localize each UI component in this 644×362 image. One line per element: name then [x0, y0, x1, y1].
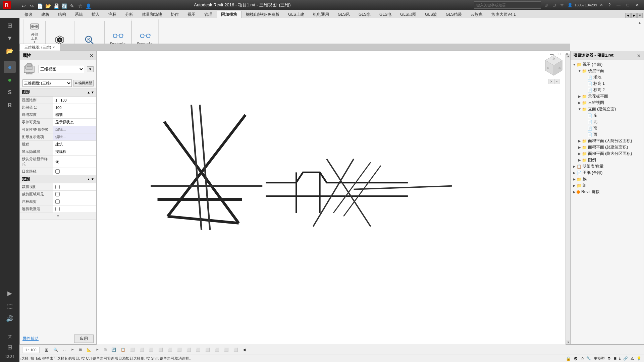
status-settings-btn2[interactable]: ⚙ — [607, 356, 611, 361]
qat-open[interactable]: 📂 — [44, 2, 52, 10]
tab-gls-civil[interactable]: GLS土建 — [284, 11, 309, 18]
toolbar-btn-10[interactable]: 📋 — [119, 347, 127, 353]
prop-section-collapse[interactable]: ▲ — [87, 90, 90, 94]
toolbar-btn-13[interactable]: ⬜ — [147, 347, 156, 353]
prop-section-range[interactable]: 范围 ▲ ▼ — [20, 175, 96, 183]
status-grid-btn[interactable]: ⊞ — [613, 356, 616, 361]
close-button[interactable]: ✕ — [633, 2, 641, 8]
tab-mass[interactable]: 体量和场地 — [138, 11, 166, 18]
tree-area-total[interactable]: ▶ 📁 面积平面 (总建筑面积) — [571, 144, 644, 150]
sidebar-nav2[interactable]: ⬚ — [4, 300, 16, 312]
viewport-tab-close[interactable]: ✕ — [52, 46, 55, 49]
tab-gls-elec[interactable]: GLS电 — [375, 11, 396, 18]
tab-family-master[interactable]: 族库大师V4.1 — [487, 11, 520, 18]
tree-site[interactable]: 📄 场地 — [571, 74, 644, 80]
toolbar-btn-6[interactable]: 📐 — [85, 347, 93, 353]
prop-value-crop-visible[interactable] — [53, 191, 96, 198]
prop-section-expand[interactable]: ▼ — [91, 90, 94, 94]
tab-system[interactable]: 系统 — [70, 11, 87, 18]
tree-views-all[interactable]: ▼ 📁 视图 (全部) — [571, 61, 644, 68]
tab-options[interactable]: ▼ — [637, 13, 643, 18]
tab-cloud-family[interactable]: 云族库 — [466, 11, 487, 18]
title-icon-4[interactable]: 👤 — [567, 1, 574, 9]
minimize-button[interactable]: — — [614, 2, 623, 8]
title-icon-2[interactable]: ⊡ — [550, 1, 558, 9]
tab-analyze[interactable]: 分析 — [121, 11, 138, 18]
search-input[interactable] — [474, 1, 541, 9]
prop-value-graphic-display[interactable]: 编辑... — [53, 133, 96, 140]
tree-south[interactable]: 📄 南 — [571, 125, 644, 131]
tree-east[interactable]: 📄 东 — [571, 112, 644, 119]
tab-modify[interactable]: 修改 — [20, 11, 37, 18]
sidebar-toggle[interactable]: ▼ — [4, 32, 16, 44]
tab-scroll-right[interactable]: ▶ — [631, 13, 637, 18]
toolbar-btn-1[interactable]: ⊞ — [43, 347, 51, 353]
orbit-button[interactable]: ⟳ — [548, 79, 553, 84]
tab-annotate[interactable]: 注释 — [104, 11, 121, 18]
tree-level1[interactable]: 📄 标高 1 — [571, 80, 644, 87]
revit-logo[interactable]: R — [3, 1, 11, 9]
tab-scroll-left[interactable]: ◀ — [625, 13, 631, 18]
external-tools-button[interactable]: 外部工具 ▼ — [27, 19, 42, 45]
qat-back[interactable]: ↩ — [20, 2, 28, 10]
sidebar-grid[interactable]: ⊞ — [4, 341, 16, 353]
tree-sheets[interactable]: ▶ 📄 图纸 (全部) — [571, 170, 644, 176]
toolbar-btn-18[interactable]: ⬜ — [194, 347, 203, 353]
status-settings-btn[interactable]: ⚙ — [574, 356, 578, 361]
edit-type-button[interactable]: ✏ 编辑类型 — [73, 80, 94, 86]
ribbon-collapse-button[interactable]: ▲ — [638, 21, 641, 24]
tree-west[interactable]: 📄 西 — [571, 131, 644, 138]
tab-mep[interactable]: 机电通用 — [309, 11, 333, 18]
toolbar-btn-17[interactable]: ⬜ — [184, 347, 193, 353]
tree-3d-views[interactable]: ▶ 📁 三维视图 — [571, 100, 644, 106]
tab-gls-draw[interactable]: GLS出图 — [396, 11, 421, 18]
toolbar-btn-16[interactable]: ⬜ — [175, 347, 184, 353]
viewport-tab-3d[interactable]: 三维视图: (三维) ✕ — [19, 44, 60, 51]
tree-north[interactable]: 📄 北 — [571, 119, 644, 125]
sunpath-checkbox[interactable] — [55, 169, 60, 174]
status-bulb-btn[interactable]: 💡 — [637, 356, 641, 361]
sidebar-open[interactable]: 📂 — [4, 45, 16, 57]
prop-section-range-collapse[interactable]: ▲ — [87, 177, 90, 181]
title-icon-1[interactable]: ⊞ — [542, 1, 550, 9]
toolbar-btn-19[interactable]: ⬜ — [203, 347, 212, 353]
prop-section-range-expand[interactable]: ▼ — [91, 177, 94, 181]
sidebar-s-icon[interactable]: S — [4, 86, 16, 99]
status-lock-btn[interactable]: 🔒 — [566, 356, 571, 361]
tree-elevations[interactable]: ▼ 📁 立面 (建筑立面) — [571, 106, 644, 112]
crop-view-checkbox[interactable] — [55, 185, 60, 189]
tree-legends[interactable]: ▶ 📁 图例 — [571, 157, 644, 163]
prop-value-far-clip[interactable] — [53, 205, 96, 213]
toolbar-btn-5[interactable]: ⊞ — [77, 347, 84, 353]
toolbar-btn-7[interactable]: ✂ — [94, 347, 101, 353]
tab-insert[interactable]: 插入 — [87, 11, 104, 18]
tree-level2[interactable]: 📄 标高 2 — [571, 87, 644, 93]
sidebar-circle-blue[interactable]: ● — [4, 61, 16, 73]
qat-forward[interactable]: ↪ — [28, 2, 36, 10]
tree-ceiling-plans[interactable]: ▶ 📁 天花板平面 — [571, 93, 644, 100]
sidebar-sound[interactable]: 🔊 — [4, 313, 16, 325]
toolbar-btn-9[interactable]: 🔄 — [109, 347, 118, 353]
annotation-crop-checkbox[interactable] — [55, 199, 60, 204]
tree-schedules[interactable]: ▶ 📋 明细表/数量 — [571, 163, 644, 170]
qat-sync[interactable]: 🔄 — [60, 2, 68, 10]
tab-gls-water[interactable]: GLS水 — [354, 11, 375, 18]
prop-value-visibility[interactable]: 编辑... — [53, 126, 96, 133]
tab-gls-family[interactable]: GLS族 — [421, 11, 441, 18]
tab-structure[interactable]: 结构 — [54, 11, 70, 18]
sidebar-home[interactable]: ⊞ — [4, 19, 16, 32]
prop-section-graphics[interactable]: 图形 ▲ ▼ — [20, 88, 96, 97]
qat-star[interactable]: ☆ — [76, 2, 84, 10]
prop-value-scale[interactable] — [53, 97, 96, 104]
scale-display[interactable]: 1 : 100 — [22, 347, 40, 353]
far-clip-checkbox[interactable] — [55, 207, 60, 211]
sidebar-circle-green[interactable]: ● — [4, 74, 16, 86]
main-viewport[interactable] — [97, 51, 570, 345]
browser-close-button[interactable]: ✕ — [637, 53, 641, 58]
title-icon-5[interactable]: ✕ — [598, 1, 605, 9]
tab-collaborate[interactable]: 协作 — [166, 11, 183, 18]
status-warning-btn[interactable]: ⚠ — [631, 356, 634, 361]
tree-area-fanghu[interactable]: ▶ 📁 面积平面 (人防分区面积) — [571, 138, 644, 144]
properties-help-link[interactable]: 属性帮助 — [22, 336, 39, 342]
tree-floor-plans[interactable]: ▼ 📁 楼层平面 — [571, 68, 644, 74]
